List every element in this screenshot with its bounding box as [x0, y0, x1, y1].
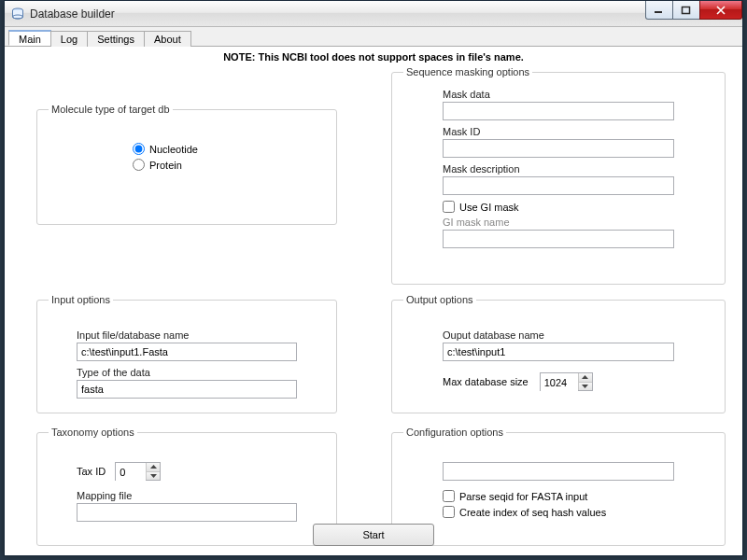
legend-molecule: Molecule type of target db	[49, 104, 173, 115]
radio-nucleotide[interactable]	[133, 143, 145, 155]
mask-data-label: Mask data	[443, 89, 674, 100]
max-db-size-label: Max database size	[443, 376, 529, 387]
gi-mask-name-label: GI mask name	[443, 217, 674, 228]
svg-rect-2	[655, 11, 662, 13]
mapping-file-input[interactable]	[77, 503, 297, 522]
close-button[interactable]	[699, 1, 742, 20]
radio-protein-row[interactable]: Protein	[133, 159, 325, 171]
app-icon	[10, 7, 25, 21]
output-name-field[interactable]	[443, 343, 674, 361]
tab-settings[interactable]: Settings	[87, 31, 145, 47]
input-file-field[interactable]	[77, 343, 297, 361]
legend-output: Output options	[403, 294, 476, 305]
input-type-field[interactable]	[77, 380, 297, 399]
use-gi-mask-checkbox[interactable]	[443, 201, 455, 213]
tab-main[interactable]: Main	[8, 30, 51, 46]
input-file-label: Input file/database name	[77, 329, 297, 341]
group-masking: Sequence masking options Mask data Mask …	[391, 66, 726, 285]
taxid-label: Tax ID	[77, 466, 106, 477]
radio-protein-label: Protein	[149, 160, 182, 171]
radio-nucleotide-row[interactable]: Nucleotide	[133, 143, 325, 155]
window-controls	[646, 1, 742, 20]
group-input: Input options Input file/database name T…	[36, 294, 337, 413]
group-output: Output options Ouput database name Max d…	[391, 294, 726, 413]
start-button[interactable]: Start	[313, 524, 434, 546]
hash-index-row[interactable]: Create index of seq hash values	[443, 506, 674, 518]
mask-id-label: Mask ID	[443, 126, 674, 137]
mask-desc-input[interactable]	[443, 176, 674, 195]
radio-nucleotide-label: Nucleotide	[149, 144, 198, 155]
taxid-up[interactable]	[147, 463, 160, 472]
svg-rect-3	[683, 7, 690, 13]
legend-taxonomy: Taxonomy options	[49, 427, 137, 438]
mask-data-input[interactable]	[443, 102, 674, 120]
group-molecule-type: Molecule type of target db Nucleotide Pr…	[36, 104, 337, 225]
maximize-button[interactable]	[672, 1, 700, 20]
tab-panel-main: NOTE: This NCBI tool does not support sp…	[10, 49, 737, 550]
legend-config: Configuration options	[403, 427, 506, 438]
legend-input: Input options	[49, 294, 113, 305]
note-text: NOTE: This NCBI tool does not support sp…	[10, 49, 737, 64]
gi-mask-name-input[interactable]	[443, 230, 674, 248]
mapping-file-label: Mapping file	[77, 490, 297, 501]
tab-bar: Main Log Settings About	[5, 27, 742, 47]
max-db-size-up[interactable]	[579, 373, 592, 383]
mask-desc-label: Mask description	[443, 163, 674, 175]
output-name-label: Ouput database name	[443, 329, 674, 341]
hash-index-checkbox[interactable]	[443, 506, 455, 518]
hash-index-label: Create index of seq hash values	[459, 507, 606, 518]
taxid-down[interactable]	[147, 472, 160, 481]
radio-protein[interactable]	[133, 159, 145, 171]
max-db-size-spinner[interactable]	[540, 372, 593, 391]
app-window: Database builder Main Log Settings About…	[4, 0, 743, 556]
max-db-size-input[interactable]	[541, 373, 578, 392]
tab-about[interactable]: About	[144, 31, 191, 47]
use-gi-mask-row[interactable]: Use GI mask	[443, 201, 674, 213]
group-taxonomy: Taxonomy options Tax ID Mapping file	[36, 427, 337, 546]
minimize-button[interactable]	[645, 1, 673, 20]
parse-seqid-checkbox[interactable]	[443, 490, 455, 502]
mask-id-input[interactable]	[443, 139, 674, 158]
parse-seqid-label: Parse seqid for FASTA input	[459, 491, 587, 502]
window-title: Database builder	[30, 7, 115, 21]
legend-masking: Sequence masking options	[403, 66, 532, 77]
taxid-spinner[interactable]	[115, 462, 161, 481]
max-db-size-down[interactable]	[579, 383, 592, 391]
tab-log[interactable]: Log	[50, 31, 88, 47]
titlebar[interactable]: Database builder	[5, 1, 742, 27]
input-type-label: Type of the data	[77, 367, 297, 378]
parse-seqid-row[interactable]: Parse seqid for FASTA input	[443, 490, 674, 502]
taxid-input[interactable]	[116, 463, 146, 482]
group-config: Configuration options Parse seqid for FA…	[391, 427, 726, 546]
config-extra-input[interactable]	[443, 462, 674, 481]
use-gi-mask-label: Use GI mask	[459, 202, 519, 213]
